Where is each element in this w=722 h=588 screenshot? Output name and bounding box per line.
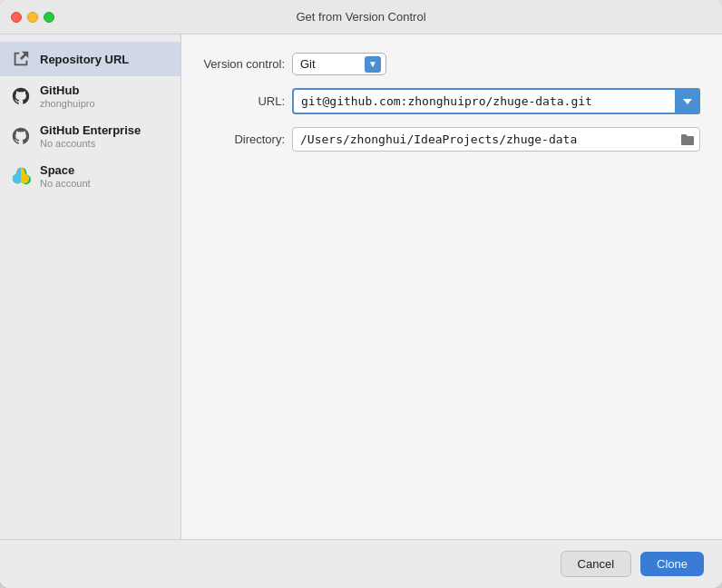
url-dropdown-button[interactable]: [675, 88, 700, 114]
github-enterprise-icon: [11, 126, 31, 146]
sidebar-item-repository-url[interactable]: Repository URL: [0, 42, 180, 76]
sidebar-item-text-repo: Repository URL: [40, 53, 129, 66]
sidebar-item-github[interactable]: GitHub zhonghuipro: [0, 76, 180, 116]
traffic-lights: [11, 12, 54, 23]
main-panel: Version control: Git Subversion Mercuria…: [181, 34, 722, 539]
directory-input-wrapper: [292, 127, 700, 152]
version-control-row: Version control: Git Subversion Mercuria…: [203, 53, 700, 75]
version-control-select[interactable]: Git Subversion Mercurial: [292, 53, 386, 75]
url-label: URL:: [203, 94, 285, 108]
repo-icon: [11, 49, 31, 69]
folder-icon: [680, 133, 695, 146]
sidebar-item-text-space: Space No account: [40, 163, 91, 189]
sidebar-item-title-repo: Repository URL: [40, 53, 129, 66]
bottom-bar: Cancel Clone: [0, 539, 722, 588]
url-row: URL:: [203, 88, 700, 114]
version-control-select-wrapper: Git Subversion Mercurial ▼: [292, 53, 386, 75]
sidebar-item-subtitle-space: No account: [40, 178, 91, 189]
directory-label: Directory:: [203, 132, 285, 146]
directory-row: Directory:: [203, 127, 700, 152]
url-input[interactable]: [292, 88, 700, 114]
main-window: Get from Version Control Repository URL: [0, 0, 722, 588]
sidebar-item-subtitle-github-enterprise: No accounts: [40, 138, 141, 149]
space-icon: [11, 166, 31, 186]
clone-button[interactable]: Clone: [640, 552, 704, 576]
sidebar-item-title-github-enterprise: GitHub Enterprise: [40, 123, 141, 137]
version-control-label: Version control:: [203, 57, 285, 71]
minimize-button[interactable]: [27, 12, 38, 23]
content-area: Repository URL GitHub zhonghuipro: [0, 34, 722, 539]
url-input-wrapper: [292, 88, 700, 114]
cancel-button[interactable]: Cancel: [561, 551, 631, 577]
title-bar: Get from Version Control: [0, 0, 722, 34]
sidebar-item-github-enterprise[interactable]: GitHub Enterprise No accounts: [0, 116, 180, 156]
sidebar-item-space[interactable]: Space No account: [0, 156, 180, 196]
sidebar-item-title-github: GitHub: [40, 83, 95, 97]
sidebar-item-text-github-enterprise: GitHub Enterprise No accounts: [40, 123, 141, 149]
chevron-down-icon: [683, 99, 692, 104]
sidebar-item-text-github: GitHub zhonghuipro: [40, 83, 95, 109]
directory-input[interactable]: [292, 127, 700, 152]
sidebar-item-title-space: Space: [40, 163, 91, 177]
close-button[interactable]: [11, 12, 22, 23]
window-title: Get from Version Control: [296, 10, 425, 24]
sidebar-item-subtitle-github: zhonghuipro: [40, 98, 95, 109]
sidebar: Repository URL GitHub zhonghuipro: [0, 34, 181, 539]
github-icon: [11, 86, 31, 106]
maximize-button[interactable]: [44, 12, 54, 23]
directory-browse-button[interactable]: [678, 132, 697, 148]
